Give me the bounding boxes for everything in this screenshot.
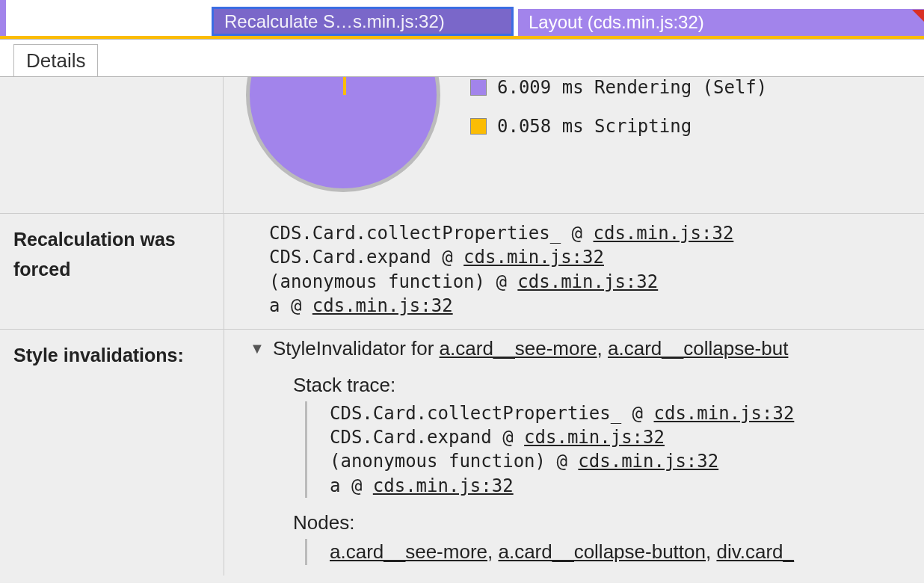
details-panel: 6.009 ms Rendering (Self) 0.058 ms Scrip… xyxy=(0,77,924,583)
node-link[interactable]: a.card__see-more xyxy=(330,540,487,563)
stack-trace: CDS.Card.collectProperties_ @ cds.min.js… xyxy=(305,401,924,499)
stack-frame: CDS.Card.collectProperties_ @ cds.min.js… xyxy=(224,221,924,245)
warning-triangle-icon xyxy=(912,10,924,25)
node-link[interactable]: a.card__collapse-button xyxy=(498,540,706,563)
flame-slice-label: Layout (cds.min.js:32) xyxy=(529,12,704,33)
legend-text: 0.058 ms Scripting xyxy=(497,116,692,137)
selector-link[interactable]: a.card__see-more xyxy=(440,337,597,360)
stack-trace-label: Stack trace: xyxy=(224,374,924,397)
source-link[interactable]: cds.min.js:32 xyxy=(463,247,604,268)
stack-frame: a @ cds.min.js:32 xyxy=(307,474,924,498)
time-breakdown-pie xyxy=(246,77,455,207)
swatch-icon xyxy=(470,118,487,135)
source-link[interactable]: cds.min.js:32 xyxy=(594,223,734,244)
stack-frame: (anonymous function) @ cds.min.js:32 xyxy=(224,270,924,294)
row-recalculation-forced: Recalculation was forced CDS.Card.collec… xyxy=(0,214,924,330)
invalidation-title-prefix: StyleInvalidator for xyxy=(273,337,440,360)
tab-details[interactable]: Details xyxy=(13,44,98,76)
node-link[interactable]: div.card_ xyxy=(716,540,794,563)
nodes-label: Nodes: xyxy=(224,511,924,534)
stack-frame: a @ cds.min.js:32 xyxy=(224,294,924,318)
summary-row: 6.009 ms Rendering (Self) 0.058 ms Scrip… xyxy=(0,77,924,214)
row-style-invalidations: Style invalidations: ▼ StyleInvalidator … xyxy=(0,330,924,576)
source-link[interactable]: cds.min.js:32 xyxy=(517,271,658,292)
details-tabbar: Details xyxy=(0,39,924,77)
flame-slice-label: Recalculate S…s.min.js:32) xyxy=(224,11,445,32)
disclosure-triangle-icon[interactable]: ▼ xyxy=(250,340,265,357)
invalidations-value: ▼ StyleInvalidator for a.card__see-more,… xyxy=(224,330,924,576)
row-label: Recalculation was forced xyxy=(0,214,224,329)
flame-slice-layout[interactable]: Layout (cds.min.js:32) xyxy=(518,9,924,36)
swatch-icon xyxy=(470,79,487,96)
source-link[interactable]: cds.min.js:32 xyxy=(524,427,665,448)
invalidation-entry[interactable]: ▼ StyleInvalidator for a.card__see-more,… xyxy=(224,337,924,360)
nodes-list: a.card__see-more, a.card__collapse-butto… xyxy=(305,539,924,565)
flame-slice-recalculate-style[interactable]: Recalculate S…s.min.js:32) xyxy=(212,7,514,36)
pie-legend: 6.009 ms Rendering (Self) 0.058 ms Scrip… xyxy=(470,77,767,213)
selector-link[interactable]: a.card__collapse-but xyxy=(608,337,788,360)
stack-frame: CDS.Card.expand @ cds.min.js:32 xyxy=(307,425,924,449)
source-link[interactable]: cds.min.js:32 xyxy=(373,475,514,496)
source-link[interactable]: cds.min.js:32 xyxy=(312,295,453,316)
stack-trace: CDS.Card.collectProperties_ @ cds.min.js… xyxy=(224,214,924,329)
flame-slice-edge xyxy=(0,0,6,36)
source-link[interactable]: cds.min.js:32 xyxy=(578,451,718,472)
legend-item-rendering: 6.009 ms Rendering (Self) xyxy=(470,77,767,98)
legend-text: 6.009 ms Rendering (Self) xyxy=(497,77,767,98)
row-label: Style invalidations: xyxy=(0,330,224,576)
stack-frame: CDS.Card.collectProperties_ @ cds.min.js… xyxy=(307,401,924,425)
source-link[interactable]: cds.min.js:32 xyxy=(654,403,795,424)
stack-frame: CDS.Card.expand @ cds.min.js:32 xyxy=(224,245,924,269)
flame-chart-row[interactable]: Recalculate S…s.min.js:32) Layout (cds.m… xyxy=(0,0,924,39)
legend-item-scripting: 0.058 ms Scripting xyxy=(470,116,767,137)
stack-frame: (anonymous function) @ cds.min.js:32 xyxy=(307,449,924,473)
